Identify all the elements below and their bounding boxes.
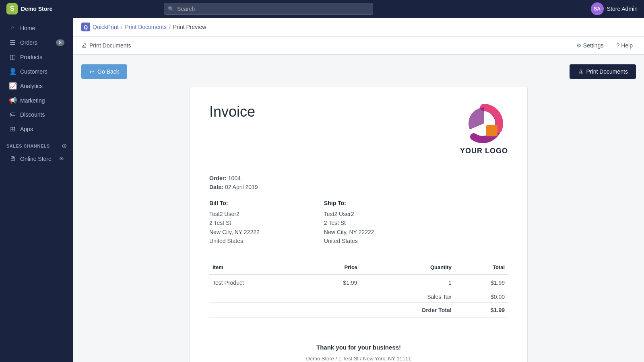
store-logo[interactable]: S Demo Store bbox=[6, 3, 53, 14]
sidebar-item-label: Online Store bbox=[20, 156, 52, 162]
invoice-header: Invoice YOUR LOGO bbox=[209, 103, 508, 165]
sidebar-item-label: Orders bbox=[20, 39, 37, 46]
breadcrumb-sep-1: / bbox=[121, 24, 123, 30]
logo-placeholder: YOUR LOGO bbox=[460, 103, 508, 155]
items-table: Item Price Quantity Total Test Product $… bbox=[209, 260, 508, 318]
sales-channels-header: SALES CHANNELS ⊕ bbox=[0, 136, 73, 152]
row-quantity: 1 bbox=[360, 274, 454, 291]
breadcrumb: Q QuickPrint / Print Documents / Print P… bbox=[73, 18, 644, 37]
ship-to-name: Test2 User2 bbox=[324, 210, 374, 218]
add-sales-channel-button[interactable]: ⊕ bbox=[62, 143, 67, 149]
go-back-icon: ↩ bbox=[89, 68, 94, 75]
action-bar-right: ⚙ Settings ? Help bbox=[573, 41, 636, 50]
discounts-icon: 🏷 bbox=[9, 111, 16, 118]
store-logo-icon: S bbox=[6, 3, 18, 14]
bill-to-city: New City, NY 22222 bbox=[209, 228, 260, 237]
bill-to-name: Test2 User2 bbox=[209, 210, 260, 218]
table-row: Test Product $1.99 1 $1.99 bbox=[209, 274, 508, 291]
sidebar: ⌂ Home ☰ Orders 8 ◫ Products 👤 Customers… bbox=[0, 18, 73, 362]
sidebar-item-products[interactable]: ◫ Products bbox=[2, 50, 71, 64]
sidebar-item-apps[interactable]: ⊞ Apps bbox=[2, 122, 71, 136]
order-number: Order: 1004 bbox=[209, 175, 508, 181]
sidebar-item-label: Home bbox=[20, 25, 35, 31]
svg-rect-0 bbox=[486, 125, 497, 136]
sidebar-item-customers[interactable]: 👤 Customers bbox=[2, 64, 71, 78]
settings-label: Settings bbox=[583, 42, 604, 49]
ship-to-block: Ship To: Test2 User2 2 Test St New City,… bbox=[324, 200, 374, 246]
analytics-icon: 📈 bbox=[9, 82, 16, 90]
col-quantity: Quantity bbox=[360, 260, 454, 275]
action-bar: 🖨 Print Documents ⚙ Settings ? Help bbox=[73, 37, 644, 55]
ship-to-street: 2 Test St bbox=[324, 218, 374, 227]
ship-to-label: Ship To: bbox=[324, 200, 374, 206]
sales-tax-row: Sales Tax $0.00 bbox=[209, 291, 508, 302]
bill-to-label: Bill To: bbox=[209, 200, 260, 206]
logo-text: YOUR LOGO bbox=[460, 147, 508, 155]
top-navigation: S Demo Store 🔍 SA Store Admin bbox=[0, 0, 644, 18]
bill-to-country: United States bbox=[209, 237, 260, 245]
order-total-label: Order Total bbox=[360, 302, 454, 317]
sidebar-item-label: Products bbox=[20, 54, 42, 60]
ship-to-country: United States bbox=[324, 237, 374, 245]
orders-icon: ☰ bbox=[9, 39, 16, 46]
go-back-label: Go Back bbox=[97, 68, 119, 75]
invoice-date: Date: 02 April 2019 bbox=[209, 184, 508, 190]
customers-icon: 👤 bbox=[9, 68, 16, 75]
home-icon: ⌂ bbox=[9, 25, 16, 32]
store-info: Demo Store / 1 Test St / New York, NY 11… bbox=[209, 356, 508, 362]
sales-tax-label: Sales Tax bbox=[360, 291, 454, 302]
invoice-card: Invoice YOUR LOGO bbox=[190, 87, 528, 362]
help-label: Help bbox=[621, 42, 633, 49]
order-total-value: $1.99 bbox=[455, 302, 508, 317]
row-price: $1.99 bbox=[307, 274, 360, 291]
col-total: Total bbox=[455, 260, 508, 275]
search-input[interactable] bbox=[164, 3, 373, 15]
sidebar-item-label: Apps bbox=[20, 126, 33, 132]
print-icon: 🖨 bbox=[578, 68, 583, 75]
printer-icon: 🖨 bbox=[81, 42, 87, 49]
invoice-title: Invoice bbox=[209, 103, 255, 120]
bill-to-block: Bill To: Test2 User2 2 Test St New City,… bbox=[209, 200, 260, 246]
sidebar-item-home[interactable]: ⌂ Home bbox=[2, 21, 71, 35]
avatar[interactable]: SA bbox=[591, 2, 604, 15]
col-item: Item bbox=[209, 260, 307, 275]
thank-you-message: Thank you for your business! bbox=[209, 344, 508, 351]
action-bar-print-label: Print Documents bbox=[89, 42, 131, 49]
sidebar-item-orders[interactable]: ☰ Orders 8 bbox=[2, 35, 71, 49]
address-section: Bill To: Test2 User2 2 Test St New City,… bbox=[209, 200, 508, 246]
page-body: ↩ Go Back 🖨 Print Documents Invoice bbox=[73, 55, 644, 362]
sidebar-item-analytics[interactable]: 📈 Analytics bbox=[2, 79, 71, 93]
sales-tax-value: $0.00 bbox=[455, 291, 508, 302]
print-documents-button[interactable]: 🖨 Print Documents bbox=[570, 64, 636, 79]
products-icon: ◫ bbox=[9, 53, 16, 61]
breadcrumb-print-documents[interactable]: Print Documents bbox=[125, 24, 166, 30]
go-back-button[interactable]: ↩ Go Back bbox=[81, 64, 127, 79]
company-logo bbox=[464, 103, 504, 144]
settings-button[interactable]: ⚙ Settings bbox=[573, 41, 607, 50]
breadcrumb-sep-2: / bbox=[169, 24, 171, 30]
orders-badge: 8 bbox=[56, 39, 64, 46]
breadcrumb-quickprint[interactable]: QuickPrint bbox=[93, 24, 119, 30]
user-area: SA Store Admin bbox=[591, 2, 638, 15]
sidebar-item-online-store[interactable]: 🖥 Online Store 👁 bbox=[2, 152, 71, 166]
sidebar-item-label: Customers bbox=[20, 68, 47, 75]
apps-icon: ⊞ bbox=[9, 125, 16, 133]
online-store-icon: 🖥 bbox=[9, 155, 16, 162]
row-item: Test Product bbox=[209, 274, 307, 291]
sidebar-item-label: Marketing bbox=[20, 97, 45, 104]
help-button[interactable]: ? Help bbox=[613, 41, 636, 50]
sidebar-item-discounts[interactable]: 🏷 Discounts bbox=[2, 108, 71, 121]
search-bar-container: 🔍 bbox=[164, 3, 373, 15]
bill-to-street: 2 Test St bbox=[209, 218, 260, 227]
invoice-footer: Thank you for your business! Demo Store … bbox=[209, 334, 508, 362]
invoice-meta: Order: 1004 Date: 02 April 2019 bbox=[209, 175, 508, 190]
action-bar-print-documents[interactable]: 🖨 Print Documents bbox=[81, 42, 131, 49]
sidebar-item-marketing[interactable]: 📢 Marketing bbox=[2, 93, 71, 107]
col-price: Price bbox=[307, 260, 360, 275]
marketing-icon: 📢 bbox=[9, 97, 16, 104]
app-icon: Q bbox=[81, 23, 90, 31]
sidebar-item-label: Discounts bbox=[20, 111, 45, 118]
ship-to-city: New City, NY 22222 bbox=[324, 228, 374, 237]
online-store-visibility-icon: 👁 bbox=[59, 156, 64, 162]
main-content: Q QuickPrint / Print Documents / Print P… bbox=[73, 18, 644, 362]
